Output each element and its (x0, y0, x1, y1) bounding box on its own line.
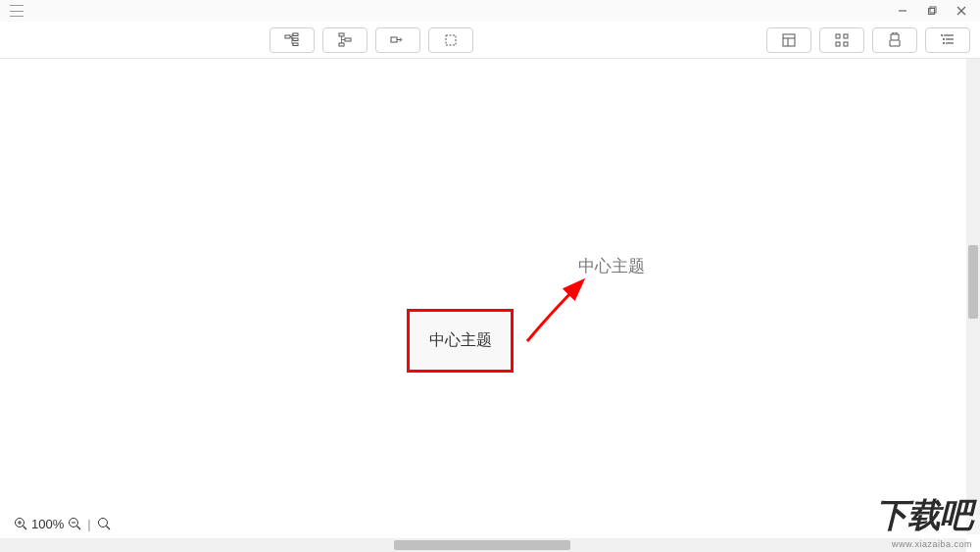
close-button[interactable] (947, 0, 976, 22)
style-button[interactable] (872, 27, 917, 53)
svg-rect-11 (339, 43, 344, 46)
outline-button[interactable] (925, 27, 970, 53)
svg-rect-18 (844, 34, 848, 38)
svg-rect-7 (293, 38, 298, 41)
scrollbar-horizontal-area (0, 534, 980, 552)
boundary-icon (443, 32, 459, 48)
svg-rect-2 (930, 7, 936, 13)
svg-rect-20 (844, 42, 848, 46)
svg-point-24 (941, 34, 943, 36)
secondary-topic-label: 中心主题 (578, 255, 645, 277)
svg-rect-8 (293, 43, 298, 46)
outline-icon (940, 32, 956, 48)
svg-rect-5 (285, 35, 290, 38)
svg-rect-6 (293, 33, 298, 36)
statusbar: 100% | (0, 513, 966, 534)
mindmap-canvas[interactable]: 中心主题 中心主题 (0, 59, 966, 515)
svg-point-25 (943, 38, 945, 40)
divider: | (87, 517, 90, 531)
svg-rect-19 (836, 42, 840, 46)
zoom-level-text: 100% (31, 517, 64, 531)
scrollbar-thumb-vertical[interactable] (968, 245, 978, 319)
boundary-button[interactable] (428, 27, 473, 53)
layout-icon (781, 32, 797, 48)
svg-line-29 (24, 527, 27, 530)
zoom-out-icon[interactable] (68, 517, 81, 530)
svg-rect-9 (339, 33, 344, 36)
menu-icon[interactable] (10, 5, 24, 17)
titlebar (0, 0, 980, 22)
toolbar-center (270, 27, 473, 53)
svg-rect-1 (929, 9, 935, 15)
insert-topic-button[interactable] (322, 27, 368, 53)
toolbar-right (766, 27, 970, 53)
structure-icon (834, 32, 850, 48)
svg-line-36 (106, 527, 110, 530)
relationship-button[interactable] (375, 27, 420, 53)
svg-rect-10 (345, 38, 351, 41)
style-icon (887, 32, 903, 48)
minimize-button[interactable] (888, 0, 917, 22)
arrow-annotation-icon (517, 273, 606, 351)
layout-button[interactable] (766, 27, 811, 53)
topic-icon (337, 32, 353, 48)
svg-rect-13 (446, 35, 456, 45)
central-topic-node[interactable]: 中心主题 (407, 309, 514, 373)
svg-rect-12 (391, 37, 397, 42)
maximize-button[interactable] (917, 0, 947, 22)
toolbar (0, 22, 980, 59)
scrollbar-thumb-horizontal[interactable] (394, 540, 570, 550)
svg-line-33 (77, 527, 81, 530)
scrollbar-horizontal[interactable] (0, 538, 966, 552)
titlebar-left (4, 5, 24, 17)
svg-rect-17 (836, 34, 840, 38)
fit-icon[interactable] (97, 517, 111, 530)
central-topic-text: 中心主题 (429, 330, 492, 351)
svg-point-35 (98, 519, 107, 527)
svg-point-26 (943, 42, 945, 44)
window-controls (888, 0, 976, 22)
insert-subtopic-button[interactable] (270, 27, 315, 53)
svg-rect-14 (783, 34, 795, 46)
structure-button[interactable] (819, 27, 864, 53)
subtopic-icon (284, 32, 300, 48)
scrollbar-vertical[interactable] (966, 59, 980, 515)
zoom-in-icon[interactable] (14, 517, 27, 530)
relation-icon (390, 32, 406, 48)
